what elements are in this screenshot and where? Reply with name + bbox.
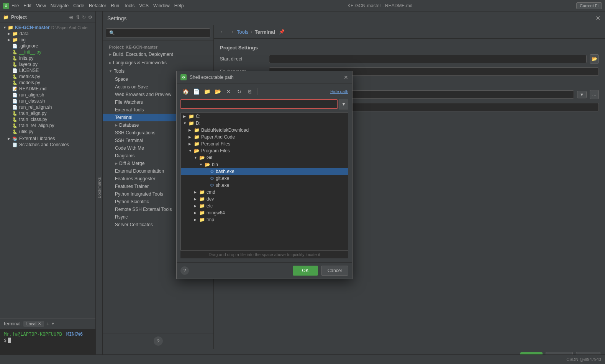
tree-item-models[interactable]: 🐍 models.py — [0, 80, 95, 86]
file-tree-item-cmd[interactable]: ▶ 📁 cmd — [181, 189, 348, 196]
shell-dialog-help-button[interactable]: ? — [180, 266, 189, 275]
tree-item-run-align[interactable]: 📄 run_align.sh — [0, 92, 95, 98]
shell-toolbar-copy-btn[interactable]: ⎘ — [245, 87, 255, 96]
start-dir-input[interactable] — [269, 55, 587, 63]
breadcrumb-arrow-back[interactable]: ← — [220, 28, 226, 35]
tree-item-readme[interactable]: 📝 README.md — [0, 86, 95, 92]
tree-item-label: data — [20, 31, 28, 36]
file-tree-item-shexe[interactable]: ⚙ sh.exe — [181, 182, 348, 189]
menu-view[interactable]: View — [36, 3, 46, 8]
file-tree-item-dev[interactable]: ▶ 📁 dev — [181, 196, 348, 202]
shell-toolbar-refresh-btn[interactable]: ↻ — [234, 87, 244, 96]
terminal-dropdown-button[interactable]: ▼ — [51, 322, 55, 326]
file-tree-item-baidu[interactable]: ▶ 📁 BaiduNetdiskDownload — [181, 127, 348, 134]
tree-item-label: External Libraries — [19, 136, 55, 141]
file-tree-item-paper[interactable]: ▶ 📁 Paper And Code — [181, 134, 348, 140]
shell-dialog-cancel-button[interactable]: Cancel — [321, 266, 348, 276]
file-tree-item-git[interactable]: ▼ 📂 Git — [181, 154, 348, 161]
tree-item-layers[interactable]: 🐍 layers.py — [0, 61, 95, 67]
tree-item-run-class[interactable]: 📄 run_class.sh — [0, 98, 95, 104]
breadcrumb-arrow-fwd[interactable]: → — [228, 28, 234, 35]
settings-close-button[interactable]: ✕ — [595, 15, 600, 22]
add-icon[interactable]: ⊕ — [69, 14, 74, 20]
terminal-prompt-green: Mr.fa@LAPTOP-KQPFUUPB — [4, 331, 62, 337]
file-tree-item-d[interactable]: ▼ 📁 D: — [181, 120, 348, 127]
menu-run[interactable]: Run — [111, 3, 119, 8]
file-tree-item-program-files[interactable]: ▼ 📂 Program Files — [181, 147, 348, 154]
breadcrumb-parent[interactable]: Tools — [237, 29, 248, 35]
menu-file[interactable]: File — [11, 3, 19, 8]
shell-path-dropdown-btn[interactable]: ▼ — [339, 99, 348, 109]
file-tree-item-bin[interactable]: ▼ 📂 bin — [181, 161, 348, 168]
menu-edit[interactable]: Edit — [23, 3, 31, 8]
shell-path-input-field[interactable]: D:\Program Files\Git\bin\bash.exe — [180, 99, 338, 109]
tree-item-log[interactable]: ▶ 📁 log — [0, 37, 95, 43]
tree-item-ext-libs[interactable]: ▶ 📚 External Libraries — [0, 135, 95, 142]
tree-item-utils[interactable]: 🐍 utils.py — [0, 129, 95, 135]
file-tree-item-mingw64[interactable]: ▶ 📁 mingw64 — [181, 209, 348, 216]
gear-icon[interactable]: ⚙ — [88, 15, 92, 20]
current-branch-button[interactable]: Current Fi — [576, 2, 602, 9]
ft-icon-shexe: ⚙ — [210, 183, 214, 188]
terminal-add-button[interactable]: + — [46, 321, 49, 327]
tree-item-license[interactable]: 📄 LICENSE — [0, 67, 95, 73]
ft-arrow-baidu: ▶ — [189, 128, 194, 132]
ft-icon-dev: 📁 — [199, 196, 205, 202]
shell-path-select-button[interactable]: ▼ — [577, 91, 587, 98]
file-tree-item-tmp[interactable]: ▶ 📁 tmp — [181, 216, 348, 223]
tree-root-item[interactable]: ▼ 📁 KE-GCN-master D:\Paper And Code — [0, 24, 95, 31]
tree-item-scratches[interactable]: 🗒️ Scratches and Consoles — [0, 142, 95, 148]
tree-item-train-align[interactable]: 🐍 train_align.py — [0, 110, 95, 116]
shell-path-browse-btn[interactable]: … — [590, 90, 599, 99]
tree-item-label: layers.py — [19, 62, 38, 67]
menu-navigate[interactable]: Navigate — [51, 3, 69, 8]
menu-code[interactable]: Code — [73, 3, 84, 8]
tree-item-run-rel[interactable]: 📄 run_rel_align.sh — [0, 104, 95, 110]
nav-item-build[interactable]: ▶ Build, Execution, Deployment — [103, 50, 213, 59]
nav-item-dm-label: Diff & Merge — [119, 161, 144, 166]
file-tree-item-etc[interactable]: ▶ 📁 etc — [181, 202, 348, 209]
nav-item-fw-label: File Watchers — [115, 100, 143, 105]
tree-item-gitignore[interactable]: 📄 .gitignore — [0, 43, 95, 49]
shell-dialog-close-button[interactable]: ✕ — [344, 74, 348, 80]
terminal-tab-local[interactable]: Local ✕ — [23, 321, 44, 327]
settings-search-input[interactable] — [106, 28, 210, 38]
sort-icon[interactable]: ⇅ — [76, 15, 80, 20]
tree-item-train-rel[interactable]: 🐍 train_rel_align.py — [0, 122, 95, 129]
ft-icon-paper: 📁 — [194, 134, 200, 140]
nav-item-languages[interactable]: ▶ Languages & Frameworks — [103, 59, 213, 67]
shell-toolbar-new-folder-btn[interactable]: 📁 — [202, 87, 212, 96]
start-dir-browse-button[interactable]: 📂 — [590, 54, 599, 64]
terminal-tab-close[interactable]: ✕ — [38, 322, 41, 326]
menu-refactor[interactable]: Refactor — [89, 3, 106, 8]
shell-toolbar-delete-btn[interactable]: ✕ — [223, 87, 233, 96]
file-tree-item-personal[interactable]: ▶ 📁 Personal Files — [181, 140, 348, 147]
breadcrumb-pin-icon[interactable]: 📌 — [279, 29, 285, 34]
shell-toolbar-home-btn[interactable]: 🏠 — [180, 87, 190, 96]
menu-window[interactable]: Window — [153, 3, 170, 8]
settings-help-button[interactable]: ? — [154, 336, 163, 346]
python-icon: 🐍 — [12, 117, 18, 122]
shell-toolbar-expand-btn[interactable]: 📂 — [213, 87, 223, 96]
ft-label-dev: dev — [207, 196, 214, 202]
file-tree-item-c[interactable]: ▶ 📁 C: — [181, 113, 348, 120]
tree-item-metrics[interactable]: 🐍 metrics.py — [0, 73, 95, 80]
shell-hide-path-btn[interactable]: Hide path — [330, 89, 348, 94]
tree-item-train-class[interactable]: 🐍 train_class.py — [0, 116, 95, 122]
shell-file-tree: ▶ 📁 C: ▼ 📁 D: ▶ 📁 BaiduNetdiskDownload ▶… — [180, 113, 348, 250]
menu-help[interactable]: Help — [174, 3, 184, 8]
shell-dialog-ok-button[interactable]: OK — [293, 266, 318, 276]
file-tree-item-bash[interactable]: ⚙ bash.exe — [181, 168, 348, 175]
terminal-tab-label: Local — [26, 322, 36, 326]
file-tree-item-gitexe[interactable]: ⚙ git.exe — [181, 175, 348, 182]
tree-item-data[interactable]: ▶ 📁 data — [0, 31, 95, 37]
sync-icon[interactable]: ↻ — [82, 15, 86, 20]
project-settings-title: Project Settings — [220, 45, 599, 51]
tree-item-inits[interactable]: 🐍 inits.py — [0, 55, 95, 61]
tree-item-init[interactable]: 🐍 __init__.py — [0, 49, 95, 55]
shell-dialog-title-text: Shell executable path — [190, 75, 344, 80]
scratch-icon: 🗒️ — [12, 142, 18, 147]
shell-toolbar-folder-btn[interactable]: 📄 — [191, 87, 201, 96]
menu-vcs[interactable]: VCS — [139, 3, 149, 8]
menu-tools[interactable]: Tools — [124, 3, 134, 8]
